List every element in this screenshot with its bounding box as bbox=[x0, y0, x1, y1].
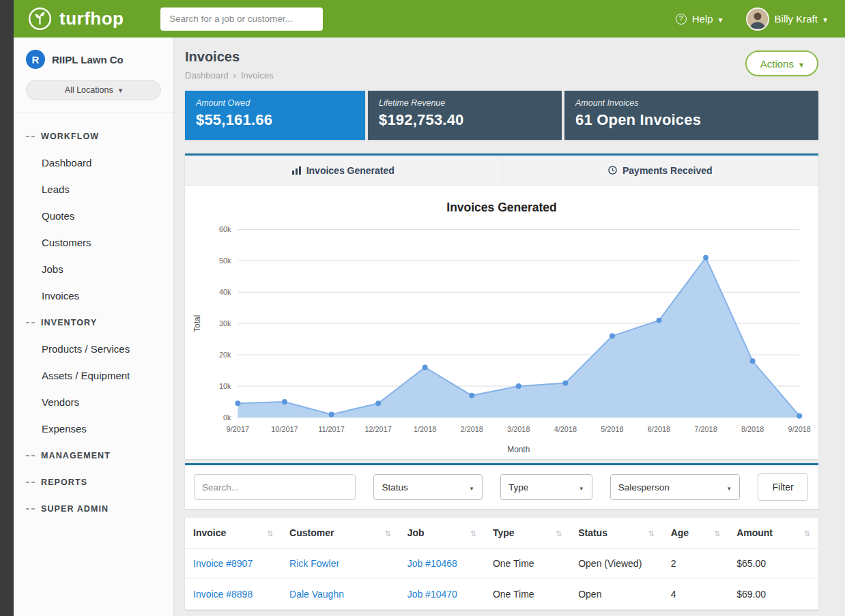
nav-section-label: WORKFLOW bbox=[41, 132, 99, 141]
svg-text:60k: 60k bbox=[219, 225, 231, 233]
sidebar-item-products-services[interactable]: Products / Services bbox=[14, 336, 173, 362]
brand-name: turfhop bbox=[59, 8, 124, 29]
column-label: Amount bbox=[736, 527, 773, 538]
svg-text:10k: 10k bbox=[219, 382, 231, 390]
column-label: Age bbox=[671, 527, 689, 538]
chevron-down-icon bbox=[799, 58, 803, 70]
column-label: Customer bbox=[289, 527, 334, 538]
bar-chart-icon bbox=[292, 166, 301, 175]
breadcrumb-dashboard[interactable]: Dashboard bbox=[185, 70, 229, 80]
tab-invoices-generated[interactable]: Invoices Generated bbox=[185, 156, 502, 185]
nav-section-label: INVENTORY bbox=[41, 318, 97, 327]
column-header-job[interactable]: Job bbox=[399, 518, 485, 548]
company-selector[interactable]: R RIIPL Lawn Co bbox=[14, 48, 173, 69]
user-name: Billy Kraft bbox=[775, 13, 818, 25]
invoice-link[interactable]: Invoice #8907 bbox=[193, 558, 253, 569]
breadcrumb: Dashboard › Invoices bbox=[185, 70, 274, 80]
sidebar-item-dashboard[interactable]: Dashboard bbox=[14, 149, 173, 176]
sidebar-nav: WORKFLOWDashboardLeadsQuotesCustomersJob… bbox=[14, 113, 173, 522]
table-row: Invoice #8907Rick FowlerJob #10468One Ti… bbox=[185, 548, 818, 579]
nav-section-reports[interactable]: REPORTS bbox=[14, 469, 173, 495]
location-selector-value: All Locations bbox=[65, 85, 113, 95]
chevron-down-icon bbox=[579, 482, 584, 493]
column-header-invoice[interactable]: Invoice bbox=[185, 518, 281, 548]
job-link[interactable]: Job #10468 bbox=[407, 558, 457, 569]
svg-text:2/2018: 2/2018 bbox=[461, 425, 483, 433]
status-cell: Open (Viewed) bbox=[570, 548, 662, 579]
amount-cell: $69.00 bbox=[728, 579, 818, 610]
nav-section-label: MANAGEMENT bbox=[41, 451, 111, 460]
sort-icon[interactable] bbox=[648, 527, 654, 538]
job-link[interactable]: Job #10470 bbox=[407, 589, 457, 600]
status-cell: Open bbox=[570, 579, 662, 610]
salesperson-select[interactable]: Salesperson bbox=[610, 474, 741, 500]
filter-button[interactable]: Filter bbox=[758, 473, 808, 501]
invoices-generated-chart: 0k10k20k30k40k50k60k9/201710/201711/2017… bbox=[190, 219, 813, 458]
column-header-type[interactable]: Type bbox=[485, 518, 570, 548]
age-cell: 2 bbox=[663, 548, 729, 579]
type-select[interactable]: Type bbox=[500, 474, 592, 500]
table-search-input[interactable] bbox=[194, 474, 356, 500]
svg-text:40k: 40k bbox=[219, 288, 231, 296]
sidebar-item-assets-equipment[interactable]: Assets / Equipment bbox=[14, 362, 173, 389]
tab-label: Payments Received bbox=[622, 165, 713, 176]
filter-bar: Status Type Salesperson Filter bbox=[185, 463, 818, 509]
invoice-link[interactable]: Invoice #8898 bbox=[193, 589, 253, 600]
customer-cell: Rick Fowler bbox=[281, 548, 399, 579]
customer-link[interactable]: Dale Vaughn bbox=[289, 589, 344, 600]
column-header-amount[interactable]: Amount bbox=[728, 518, 818, 548]
svg-text:Month: Month bbox=[507, 445, 530, 454]
app-window: turfhop Help Billy Kraft bbox=[14, 0, 845, 616]
sidebar-item-quotes[interactable]: Quotes bbox=[14, 203, 173, 229]
sort-icon[interactable] bbox=[804, 527, 810, 538]
actions-button[interactable]: Actions bbox=[745, 50, 818, 76]
svg-text:12/2017: 12/2017 bbox=[364, 425, 391, 433]
actions-button-label: Actions bbox=[760, 58, 794, 70]
location-selector[interactable]: All Locations bbox=[26, 80, 161, 100]
nav-section-inventory[interactable]: INVENTORY bbox=[14, 309, 173, 336]
tab-payments-received[interactable]: Payments Received bbox=[502, 156, 819, 185]
stat-label: Lifetime Revenue bbox=[379, 98, 551, 108]
nav-section-management[interactable]: MANAGEMENT bbox=[14, 442, 173, 469]
column-header-customer[interactable]: Customer bbox=[281, 518, 399, 548]
global-search-input[interactable] bbox=[160, 8, 323, 31]
stat-label: Amount Invoices bbox=[575, 98, 807, 108]
sidebar-item-vendors[interactable]: Vendors bbox=[14, 389, 173, 415]
chart-body: Invoices Generated 0k10k20k30k40k50k60k9… bbox=[185, 186, 818, 459]
svg-text:4/2018: 4/2018 bbox=[554, 425, 577, 433]
stat-lifetime-revenue: Lifetime Revenue $192,753.40 bbox=[368, 91, 562, 140]
section-icon bbox=[26, 508, 35, 510]
sort-icon[interactable] bbox=[384, 527, 390, 538]
sidebar-item-invoices[interactable]: Invoices bbox=[14, 282, 173, 309]
breadcrumb-invoices: Invoices bbox=[241, 70, 274, 80]
sidebar-item-jobs[interactable]: Jobs bbox=[14, 256, 173, 282]
avatar bbox=[746, 8, 769, 31]
user-menu[interactable]: Billy Kraft bbox=[746, 8, 827, 31]
sort-icon[interactable] bbox=[267, 527, 273, 538]
status-select[interactable]: Status bbox=[373, 474, 483, 500]
brand[interactable]: turfhop bbox=[14, 6, 160, 31]
sort-icon[interactable] bbox=[470, 527, 476, 538]
chevron-down-icon bbox=[823, 13, 827, 25]
sidebar-item-customers[interactable]: Customers bbox=[14, 229, 173, 256]
sort-icon[interactable] bbox=[714, 527, 720, 538]
svg-text:10/2017: 10/2017 bbox=[271, 425, 298, 433]
customer-link[interactable]: Rick Fowler bbox=[289, 558, 339, 569]
help-menu[interactable]: Help bbox=[676, 13, 723, 25]
nav-section-workflow[interactable]: WORKFLOW bbox=[14, 123, 173, 149]
amount-cell: $65.00 bbox=[728, 548, 818, 579]
column-header-status[interactable]: Status bbox=[570, 518, 662, 548]
nav-section-super-admin[interactable]: SUPER ADMIN bbox=[14, 495, 173, 522]
salesperson-select-value: Salesperson bbox=[618, 482, 670, 493]
sidebar-item-leads[interactable]: Leads bbox=[14, 176, 173, 203]
company-name: RIIPL Lawn Co bbox=[52, 54, 124, 65]
breadcrumb-separator: › bbox=[233, 70, 236, 80]
column-header-age[interactable]: Age bbox=[663, 518, 729, 548]
type-select-value: Type bbox=[509, 482, 528, 493]
chevron-down-icon bbox=[469, 482, 474, 493]
company-logo: R bbox=[26, 50, 45, 69]
nav-section-label: REPORTS bbox=[41, 478, 87, 487]
invoices-table-card: InvoiceCustomerJobTypeStatusAgeAmount In… bbox=[185, 518, 818, 610]
sort-icon[interactable] bbox=[556, 527, 562, 538]
sidebar-item-expenses[interactable]: Expenses bbox=[14, 415, 173, 442]
